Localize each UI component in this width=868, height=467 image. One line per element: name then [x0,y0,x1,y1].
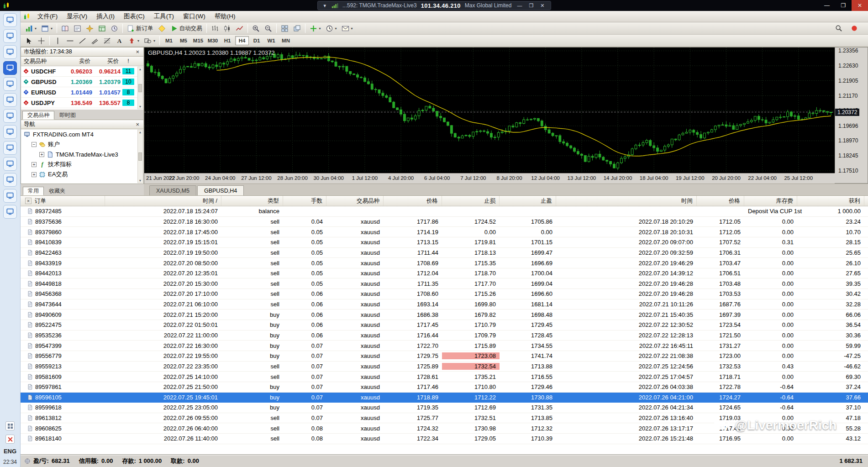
maximize-button[interactable]: ❐ [835,0,852,11]
terminal-row[interactable]: 896181402022.07.26 11:40:00sell0.08xauus… [21,434,868,444]
terminal-column-header-4[interactable]: 手数 [283,196,326,206]
terminal-row[interactable]: 894563682022.07.20 17:10:00sell0.06xauus… [21,289,868,299]
terminal-row[interactable]: 894736442022.07.21 06:10:00sell0.06xauus… [21,299,868,310]
strategy-tester-toggle[interactable] [108,23,121,33]
side-tool-button-4[interactable] [3,61,17,75]
connection-dropdown-caret[interactable]: ▾ [322,3,327,9]
side-tool-button-10[interactable] [3,157,17,171]
market-watch-tab-即时图[interactable]: 即时图 [54,111,81,120]
terminal-row[interactable]: 894906092022.07.21 15:20:00buy0.06xauusd… [21,310,868,320]
menu-item-3[interactable]: 插入(I) [92,11,119,22]
scroll-thumb[interactable] [138,84,142,92]
navigator-item[interactable]: +EA交易 [21,169,143,179]
data-window-toggle[interactable] [71,23,84,33]
market-watch-column-1[interactable]: 交易品种 [21,58,68,65]
navigator-item[interactable]: −账户 [21,139,143,149]
terminal-toggle[interactable] [96,23,108,33]
terminal-row[interactable]: 893724852022.07.18 15:24:07balanceDeposi… [21,206,868,217]
scroll-up-arrow[interactable]: ▲ [139,68,142,71]
expand-expander[interactable]: + [39,152,44,157]
navigator-item[interactable]: FXTRADING.com MT4 [21,129,143,139]
terminal-column-header-2[interactable]: 时间 / [105,196,221,206]
side-tool-button-7[interactable] [3,109,17,123]
navigator-tab-收藏夹[interactable]: 收藏夹 [44,187,70,195]
crosshair-orders-button[interactable]: ▾ [307,23,323,33]
cascade-windows-button[interactable] [291,23,303,33]
zoom-out-button[interactable] [262,23,274,33]
chart-price-scale[interactable]: 1.233561.226301.219051.211701.204451.196… [835,47,868,173]
terminal-column-header-11[interactable]: 库存费 [744,196,797,206]
chart-bar-type-button[interactable] [209,23,221,33]
market-watch-tab-交易品种[interactable]: 交易品种 [22,111,54,120]
chart-tab-gbpusd-h4[interactable]: GBPUSD,H4 [197,185,244,195]
connection-close-button[interactable]: ✕ [539,3,546,9]
navigator-item[interactable]: +技术指标 [21,159,143,169]
terminal-row[interactable]: 895996182022.07.25 23:05:00buy0.07xauusd… [21,403,868,413]
side-tool-button-2[interactable] [3,29,17,43]
chart-line-type-button[interactable] [233,23,246,33]
profiles-button[interactable]: ▾ [39,23,55,33]
timeframe-button-mn[interactable]: MN [279,36,293,45]
terminal-row[interactable]: 893798602022.07.18 17:45:00sell0.05xauus… [21,227,868,237]
market-watch-row[interactable]: USDJPY136.549136.5578 [21,98,143,108]
autotrading-button[interactable]: 自动交易 [168,23,205,33]
templates-button[interactable]: ▾ [339,23,355,33]
menu-item-1[interactable]: 文件(F) [33,11,62,22]
crosshair-tool[interactable] [35,36,47,46]
side-tool-button-9[interactable] [3,141,17,155]
shapes-tool[interactable]: ▾ [142,36,158,46]
side-tool-button-8[interactable] [3,125,17,139]
zoom-in-button[interactable] [250,23,262,33]
chart-plot-area[interactable]: GBPUSD,H4 1.20023 1.20380 1.19887 1.2037… [144,47,835,173]
market-watch-row[interactable]: EURUSD1.014491.014578 [21,87,143,98]
timeframe-button-m30[interactable]: M30 [206,36,220,45]
timeframe-button-w1[interactable]: W1 [264,36,278,45]
new-order-button[interactable]: 新订单 [125,23,156,33]
expand-expander[interactable]: + [32,172,37,177]
side-tool-button-12[interactable] [3,189,17,203]
side-tool-button-11[interactable] [3,173,17,187]
terminal-row[interactable]: 894498182022.07.20 15:30:00sell0.05xauus… [21,278,868,289]
scroll-thumb[interactable] [138,152,142,161]
metaeditor-button[interactable] [156,23,168,33]
terminal-row[interactable]: 895473992022.07.22 16:30:00buy0.07xauusd… [21,341,868,351]
timeframe-button-m1[interactable]: M1 [162,36,176,45]
fibonacci-tool[interactable] [101,36,113,46]
connection-restore-button[interactable]: ❐ [527,3,535,9]
terminal-column-header-3[interactable]: 类型 [221,196,283,206]
terminal-column-header-7[interactable]: 止损 [442,196,500,206]
side-tool-button-3[interactable] [3,45,17,59]
timeframe-button-m15[interactable]: M15 [191,36,205,45]
search-button[interactable] [833,23,845,33]
scroll-down-arrow[interactable]: ▼ [139,179,142,182]
market-watch-toggle[interactable] [59,23,71,33]
terminal-column-header-8[interactable]: 止盈 [500,196,556,206]
chart-time-axis[interactable]: 21 Jun 202222 Jun 20:0024 Jun 04:0027 Ju… [144,173,835,184]
connection-minimize-button[interactable]: — [516,3,523,8]
terminal-column-header-9[interactable]: 时间 [556,196,697,206]
terminal-row[interactable]: 895224752022.07.22 01:50:01buy0.06xauusd… [21,320,868,331]
terminal-row[interactable]: 895816092022.07.25 14:10:00sell0.07xauus… [21,372,868,382]
grid-tool-button[interactable] [5,421,15,430]
terminal-row[interactable]: 894224632022.07.19 19:50:00sell0.05xauus… [21,248,868,258]
input-language-indicator[interactable]: ENG [4,448,16,455]
terminal-row[interactable]: 895567792022.07.22 19:55:00buy0.07xauusd… [21,351,868,362]
tile-windows-button[interactable] [279,23,291,33]
arrows-tool[interactable]: ▾ [126,36,142,46]
menu-item-7[interactable]: 帮助(H) [210,11,240,22]
collapse-expander[interactable]: − [32,142,37,147]
menu-item-2[interactable]: 显示(V) [63,11,91,22]
record-indicator[interactable] [848,23,860,33]
side-tool-button-5[interactable] [3,77,17,91]
timeframe-button-d1[interactable]: D1 [250,36,263,45]
navigator-item[interactable]: +TMGM.TradeMax-Live3 [21,149,143,159]
scroll-up-arrow[interactable]: ▲ [139,131,142,134]
menu-item-6[interactable]: 窗口(W) [179,11,210,22]
menu-item-4[interactable]: 图表(C) [120,11,149,22]
market-watch-close-button[interactable]: × [134,49,141,55]
minimize-button[interactable]: — [819,0,835,11]
terminal-row[interactable]: 895961052022.07.25 19:45:01buy0.07xauusd… [21,393,868,403]
market-watch-row[interactable]: GBPUSD1.203691.2037910 [21,77,143,87]
terminal-close-button[interactable]: × [25,198,32,204]
menu-item-5[interactable]: 工具(T) [150,11,178,22]
